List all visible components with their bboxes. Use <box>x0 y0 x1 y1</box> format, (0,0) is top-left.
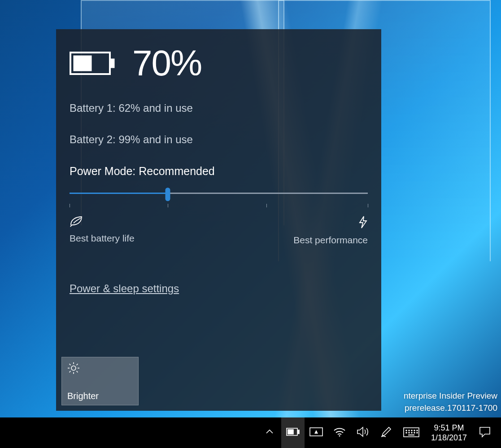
lightning-icon <box>358 215 368 231</box>
power-mode-slider[interactable] <box>70 186 368 201</box>
slider-ticks <box>70 204 368 209</box>
battery-icon <box>70 52 115 75</box>
battery-2-status: Battery 2: 99% and in use <box>70 133 368 146</box>
slider-end-labels: Best battery life Best performance <box>70 215 368 246</box>
tray-project-button[interactable] <box>305 417 328 448</box>
svg-line-9 <box>77 371 78 373</box>
system-tray: 9:51 PM 1/18/2017 <box>258 417 497 448</box>
clock-time: 9:51 PM <box>431 423 467 433</box>
svg-point-24 <box>409 432 410 433</box>
battery-1-status: Battery 1: 62% and in use <box>70 102 368 114</box>
clock-date: 1/18/2017 <box>431 433 467 443</box>
tray-clock[interactable]: 9:51 PM 1/18/2017 <box>425 423 473 443</box>
best-performance-label: Best performance <box>293 235 368 246</box>
leaf-icon <box>70 215 135 229</box>
wifi-icon <box>333 426 346 439</box>
svg-point-25 <box>411 432 412 433</box>
watermark-line-2: prerelease.170117-1700 <box>404 402 497 414</box>
tray-volume-button[interactable] <box>351 417 375 448</box>
overall-percent: 70% <box>132 43 201 84</box>
brightness-tile-label: Brighter <box>67 391 133 401</box>
taskbar: 9:51 PM 1/18/2017 <box>0 417 501 448</box>
tray-action-center-button[interactable] <box>473 417 497 448</box>
svg-point-26 <box>414 432 415 433</box>
project-icon <box>309 426 323 439</box>
slider-fill <box>70 193 168 194</box>
tray-wifi-button[interactable] <box>328 417 351 448</box>
svg-rect-14 <box>288 430 293 434</box>
brightness-icon <box>67 362 133 377</box>
svg-point-3 <box>71 366 76 370</box>
svg-rect-13 <box>298 430 299 434</box>
chevron-up-icon <box>265 427 274 438</box>
svg-point-18 <box>406 430 407 431</box>
battery-header: 70% <box>70 43 368 84</box>
svg-line-10 <box>70 371 71 373</box>
svg-line-11 <box>77 364 78 365</box>
svg-point-19 <box>409 430 410 431</box>
svg-point-22 <box>417 430 418 431</box>
brightness-tile[interactable]: Brighter <box>61 357 139 405</box>
best-battery-end: Best battery life <box>70 215 135 246</box>
svg-point-16 <box>339 435 340 437</box>
tray-battery-button[interactable] <box>281 417 305 448</box>
pen-icon <box>380 426 392 439</box>
svg-point-21 <box>414 430 415 431</box>
build-watermark: nterprise Insider Preview prerelease.170… <box>404 390 497 414</box>
notification-icon <box>479 426 491 439</box>
tray-overflow-button[interactable] <box>258 417 281 448</box>
battery-flyout: 70% Battery 1: 62% and in use Battery 2:… <box>56 29 381 411</box>
svg-rect-1 <box>111 59 114 68</box>
power-sleep-settings-link[interactable]: Power & sleep settings <box>70 282 179 295</box>
svg-rect-2 <box>74 56 91 71</box>
power-mode-label: Power Mode: Recommended <box>70 165 368 178</box>
svg-rect-28 <box>408 435 414 435</box>
svg-point-20 <box>411 430 412 431</box>
watermark-line-1: nterprise Insider Preview <box>404 390 497 402</box>
tray-keyboard-button[interactable] <box>398 417 425 448</box>
svg-line-8 <box>70 364 71 365</box>
svg-point-23 <box>406 432 407 433</box>
best-battery-label: Best battery life <box>70 233 135 244</box>
tray-pen-button[interactable] <box>375 417 398 448</box>
speaker-icon <box>357 426 369 439</box>
keyboard-icon <box>403 426 419 439</box>
best-performance-end: Best performance <box>293 215 368 246</box>
slider-thumb[interactable] <box>166 188 170 201</box>
battery-tray-icon <box>286 428 300 438</box>
svg-point-27 <box>417 432 418 433</box>
